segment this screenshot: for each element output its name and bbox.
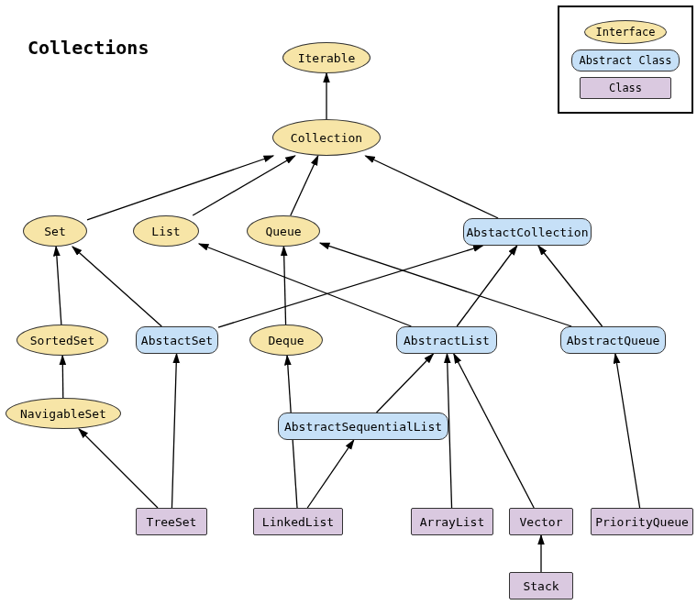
edge-abstset-abstcoll (218, 246, 482, 327)
node-absseqlist: AbstractSequentialList (278, 412, 448, 440)
node-abstset: AbstactSet (136, 326, 218, 354)
node-abstractlist: AbstractList (396, 326, 497, 354)
node-priorityqueue: PriorityQueue (591, 508, 693, 535)
edge-treeset-abstset (171, 354, 176, 508)
node-queue: Queue (247, 215, 320, 247)
edge-list-collection (193, 156, 295, 215)
edge-deque-queue (283, 247, 285, 324)
edge-vector-abstractlist (454, 354, 534, 508)
edge-abstcoll-collection (366, 156, 499, 218)
node-navigableset: NavigableSet (6, 398, 121, 429)
edge-navigableset-sortedset (62, 356, 63, 398)
diagram-title: Collections (28, 37, 149, 59)
edge-abstset-set (72, 247, 161, 326)
edge-sortedset-set (56, 247, 61, 324)
node-stack: Stack (509, 572, 573, 600)
edge-absseqlist-abstractlist (377, 354, 434, 412)
edge-abstractqueue-queue (320, 243, 571, 326)
edge-priorityqueue-abstractqueue (615, 354, 640, 508)
node-sortedset: SortedSet (17, 324, 108, 356)
node-abstractqueue: AbstractQueue (560, 326, 666, 354)
legend-abstract: Abstract Class (571, 50, 680, 72)
edge-set-collection (87, 156, 273, 220)
edge-linkedlist-absseqlist (307, 440, 354, 508)
legend-interface: Interface (584, 20, 667, 44)
edge-abstractlist-list (199, 244, 411, 326)
edge-abstractlist-abstcoll (457, 246, 517, 326)
edge-treeset-navigableset (79, 429, 158, 508)
node-collection: Collection (272, 119, 381, 156)
node-treeset: TreeSet (136, 508, 207, 535)
node-arraylist: ArrayList (411, 508, 493, 535)
edge-abstractqueue-abstcoll (538, 246, 603, 326)
node-vector: Vector (509, 508, 573, 535)
legend-box: Interface Abstract Class Class (558, 6, 693, 114)
legend-class: Class (580, 77, 671, 99)
node-deque: Deque (249, 324, 323, 356)
node-set: Set (23, 215, 87, 247)
node-linkedlist: LinkedList (253, 508, 343, 535)
node-iterable: Iterable (282, 42, 371, 73)
edge-queue-collection (291, 156, 318, 215)
node-list: List (133, 215, 199, 247)
node-abstcoll: AbstactCollection (463, 218, 592, 246)
